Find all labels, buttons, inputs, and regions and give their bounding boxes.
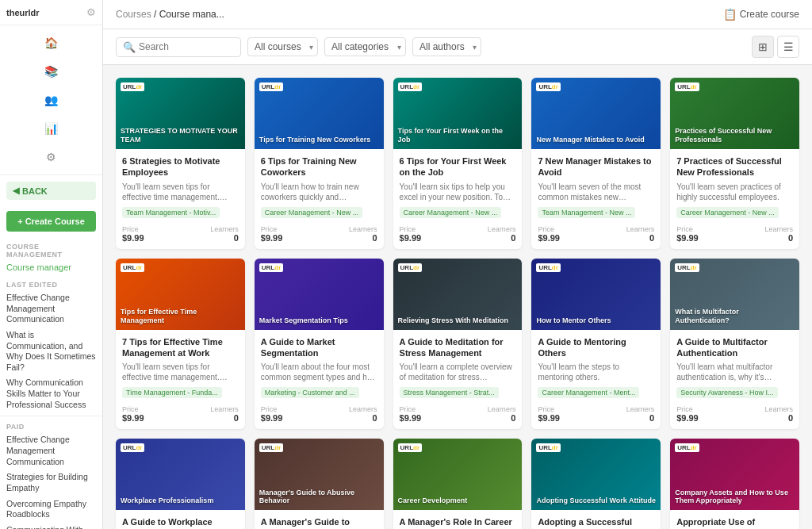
course-description: You'll learn seven practices of highly s…: [676, 182, 793, 202]
thumb-title-text: Tips for Your First Week on the Job: [398, 127, 518, 144]
header: Courses / Course mana... 📋 Create course: [103, 0, 812, 29]
course-tag[interactable]: Career Management - Ment...: [538, 387, 639, 398]
sidebar-icon-home[interactable]: 🏠: [42, 33, 61, 52]
course-card[interactable]: URLdr Relieving Stress With Meditation ⋯…: [393, 259, 523, 430]
course-card[interactable]: URLdr New Manager Mistakes to Avoid ⋯ 7 …: [531, 78, 661, 249]
course-tag[interactable]: Team Management - New ...: [538, 207, 635, 218]
course-tag[interactable]: Stress Management - Strat...: [400, 387, 499, 398]
course-card[interactable]: URLdr What is Multifactor Authentication…: [670, 259, 799, 430]
sidebar-course-manager-link[interactable]: Course manager: [0, 260, 102, 274]
course-meta: Price $9.99 Learners 0: [400, 405, 516, 423]
course-info: A Guide to Meditation for Stress Managem…: [393, 330, 523, 430]
course-title: A Guide to Meditation for Stress Managem…: [400, 336, 516, 359]
thumb-overlay: Tips for Your First Week on the Job: [393, 78, 523, 149]
course-management-title: COURSE MANAGEMENT: [0, 236, 102, 260]
search-input[interactable]: [139, 41, 234, 52]
course-price: $9.99: [538, 233, 560, 243]
course-info: 7 Tips for Effective Time Management at …: [116, 330, 245, 430]
course-thumbnail: URLdr Adopting Successful Work Attitude …: [531, 439, 661, 510]
course-card[interactable]: URLdr STRATEGIES TO MOTIVATE YOUR TEAM ⋯…: [116, 78, 245, 249]
back-button[interactable]: ◀ BACK: [6, 182, 96, 200]
course-tag[interactable]: Security Awareness - How I...: [676, 387, 777, 398]
course-description: You'll learn the steps to mentoring othe…: [538, 362, 654, 382]
course-info: 6 Strategies to Motivate Employees You'l…: [116, 149, 245, 249]
all-categories-select[interactable]: All categories: [324, 37, 406, 56]
course-card[interactable]: URLdr Workplace Professionalism ⋯ A Guid…: [116, 439, 245, 529]
course-tag[interactable]: Time Management - Funda...: [122, 387, 222, 398]
learners-label: Learners: [764, 405, 793, 413]
course-info: A Manager's Role In Career Development P…: [393, 510, 523, 529]
course-meta: Price $9.99 Learners 0: [122, 225, 239, 243]
sidebar-last-edited-3[interactable]: Why Communication Skills Matter to Your …: [0, 375, 102, 412]
sidebar-icon-settings[interactable]: ⚙: [42, 148, 61, 167]
course-title: 7 New Manager Mistakes to Avoid: [538, 155, 654, 178]
learners-label: Learners: [488, 405, 516, 413]
sidebar-paid-2[interactable]: Strategies for Building Empathy: [0, 470, 102, 496]
course-description: You'll learn about the four most common …: [261, 362, 377, 382]
all-authors-select[interactable]: All authors: [412, 37, 481, 56]
sidebar-last-edited-1[interactable]: Effective Change Management Communicatio…: [0, 290, 102, 328]
course-description: You'll learn six tips to help you excel …: [400, 182, 516, 202]
course-card[interactable]: URLdr Company Assets and How to Use Them…: [670, 439, 799, 529]
course-description: You'll learn what multifactor authentica…: [676, 362, 793, 382]
sidebar-paid-1[interactable]: Effective Change Management Communicatio…: [0, 432, 102, 470]
create-course-button[interactable]: + Create Course: [6, 211, 96, 232]
course-learners-count: 0: [626, 233, 655, 243]
sidebar-icon-courses[interactable]: 📚: [42, 62, 61, 81]
course-card[interactable]: URLdr Market Segmentation Tips ⋯ A Guide…: [255, 259, 384, 430]
sidebar-icon-reports[interactable]: 📊: [42, 119, 61, 138]
thumb-overlay: Workplace Professionalism: [116, 439, 245, 510]
create-course-header-link[interactable]: 📋 Create course: [723, 8, 799, 21]
learners-label: Learners: [764, 225, 793, 233]
course-card[interactable]: URLdr Manager's Guide to Abusive Behavio…: [255, 439, 384, 529]
sidebar-icon-users[interactable]: 👥: [42, 90, 61, 109]
all-courses-select[interactable]: All courses: [247, 37, 318, 56]
thumb-title-text: Relieving Stress With Meditation: [398, 316, 518, 325]
course-learners-count: 0: [349, 413, 377, 423]
view-toggle-group: ⊞ ☰: [752, 36, 799, 58]
course-card[interactable]: URLdr Practices of Successful New Profes…: [670, 78, 799, 249]
course-description: You'll learn seven tips for effective ti…: [122, 182, 239, 202]
course-learners-count: 0: [210, 413, 239, 423]
course-price-block: Price $9.99: [122, 405, 144, 423]
course-tag[interactable]: Marketing - Customer and ...: [261, 387, 359, 398]
course-grid-container: URLdr STRATEGIES TO MOTIVATE YOUR TEAM ⋯…: [103, 65, 812, 529]
thumb-title-text: Market Segmentation Tips: [259, 316, 379, 325]
course-price: $9.99: [122, 413, 144, 423]
course-description: You'll learn how to train new coworkers …: [261, 182, 377, 202]
sidebar-last-edited-2[interactable]: What is Communication, and Why Does It S…: [0, 328, 102, 376]
sidebar-paid-3[interactable]: Overcoming Empathy Roadblocks: [0, 496, 102, 523]
course-card[interactable]: URLdr Tips for Effective Time Management…: [116, 259, 245, 430]
course-meta: Price $9.99 Learners 0: [261, 225, 377, 243]
thumb-title-text: Workplace Professionalism: [121, 496, 240, 505]
course-tag[interactable]: Career Management - New ...: [676, 207, 779, 218]
course-grid: URLdr STRATEGIES TO MOTIVATE YOUR TEAM ⋯…: [116, 78, 799, 529]
grid-view-button[interactable]: ⊞: [752, 36, 774, 58]
course-tag[interactable]: Career Management - New ...: [261, 207, 363, 218]
sidebar-paid-4[interactable]: Communicating With Empathy: [0, 523, 102, 529]
course-title: 6 Strategies to Motivate Employees: [122, 155, 239, 178]
sidebar-settings-icon[interactable]: ⚙: [86, 6, 96, 18]
course-card[interactable]: URLdr Adopting Successful Work Attitude …: [531, 439, 661, 529]
course-price-block: Price $9.99: [400, 225, 422, 243]
course-meta: Price $9.99 Learners 0: [400, 225, 516, 243]
learners-label: Learners: [210, 405, 239, 413]
course-thumbnail: URLdr Practices of Successful New Profes…: [670, 78, 799, 149]
course-card[interactable]: URLdr How to Mentor Others ⋯ A Guide to …: [531, 259, 661, 430]
search-box[interactable]: 🔍: [116, 37, 241, 57]
course-card[interactable]: URLdr Tips for Training New Coworkers ⋯ …: [255, 78, 384, 249]
course-tag[interactable]: Career Management - New ...: [400, 207, 502, 218]
course-info: A Manager's Guide to Dealing With Abusiv…: [255, 510, 384, 529]
price-label: Price: [538, 225, 560, 233]
course-card[interactable]: URLdr Career Development ⋯ A Manager's R…: [393, 439, 523, 529]
course-title: 7 Tips for Effective Time Management at …: [122, 336, 239, 359]
course-tag[interactable]: Team Management - Motiv...: [122, 207, 220, 218]
course-thumbnail: URLdr Tips for Effective Time Management…: [116, 259, 245, 330]
course-card[interactable]: URLdr Tips for Your First Week on the Jo…: [393, 78, 523, 249]
course-info: A Guide to Workplace Professionalism Pri…: [116, 510, 245, 529]
thumb-overlay: How to Mentor Others: [531, 259, 661, 330]
list-view-button[interactable]: ☰: [777, 36, 799, 58]
breadcrumb: Courses / Course mana...: [116, 9, 224, 20]
back-arrow-icon: ◀: [13, 186, 19, 196]
breadcrumb-courses[interactable]: Courses: [116, 9, 151, 20]
